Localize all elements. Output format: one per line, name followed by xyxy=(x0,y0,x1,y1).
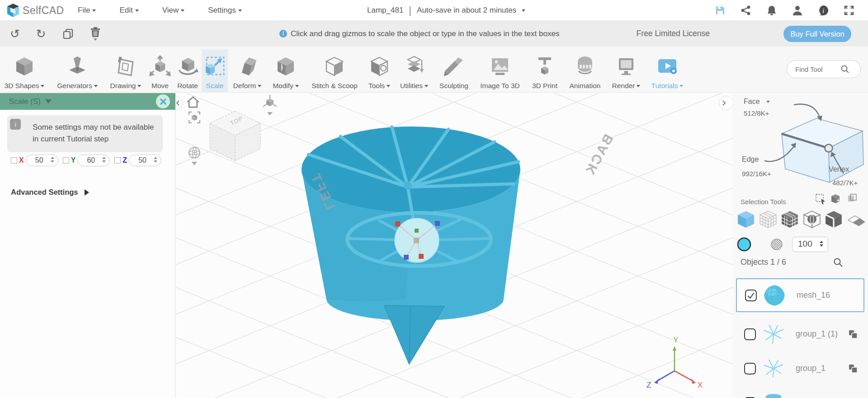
menu-settings[interactable]: Settings xyxy=(208,6,241,15)
scale-z-input[interactable] xyxy=(132,155,153,166)
app-logo[interactable]: SelfCAD xyxy=(6,3,64,18)
toolbar-item-render[interactable]: Render xyxy=(609,49,643,93)
tutorials-icon xyxy=(656,56,678,77)
gizmo-handle-x2[interactable] xyxy=(419,254,424,259)
gizmo-handle-z2[interactable] xyxy=(404,255,409,260)
object-name[interactable]: group_1 xyxy=(796,364,848,373)
home-view-button[interactable] xyxy=(186,96,200,108)
gizmo-handle-y[interactable] xyxy=(415,229,419,233)
brush-size-input[interactable] xyxy=(793,237,816,251)
undo-button[interactable]: ↺ xyxy=(10,28,20,40)
close-panel-button[interactable] xyxy=(156,94,170,108)
multi-select-button[interactable] xyxy=(847,193,858,204)
toolbar-item-3d-shapes[interactable]: 3D Shapes xyxy=(3,49,46,93)
redo-button[interactable]: ↻ xyxy=(36,28,46,40)
scale-z-field[interactable] xyxy=(129,155,161,166)
object-checkbox-checked[interactable] xyxy=(745,290,757,301)
copy-button[interactable] xyxy=(62,28,74,40)
menu-view[interactable]: View xyxy=(162,6,185,15)
viewport-3d[interactable]: Y X Z TOP LEFT BACK xyxy=(175,93,733,398)
menu-edit[interactable]: Edit xyxy=(119,6,138,15)
object-row-mesh-16[interactable]: mesh_16 xyxy=(736,278,864,312)
nav-cube[interactable]: TOP xyxy=(210,111,260,161)
find-tool-input[interactable] xyxy=(787,66,840,73)
mesh-brush-button[interactable] xyxy=(770,238,783,251)
object-name[interactable]: mesh_16 xyxy=(797,290,863,300)
toolbar-item-deform[interactable]: Deform xyxy=(230,49,265,93)
toolbar-item-sculpting[interactable]: Sculpting xyxy=(435,49,472,93)
advanced-settings-toggle[interactable]: Advanced Settings xyxy=(11,188,89,197)
object-row-group-1[interactable]: group_1 xyxy=(736,351,864,385)
object-row-group-1-1[interactable]: group_1 (1) xyxy=(736,317,864,351)
object-checkbox[interactable] xyxy=(744,363,756,375)
select-region-button[interactable] xyxy=(802,210,821,229)
select-solid-button[interactable] xyxy=(736,210,755,229)
orbit-mode-button[interactable] xyxy=(187,145,202,160)
account-button[interactable] xyxy=(792,5,803,16)
select-split-button[interactable] xyxy=(824,210,843,229)
object-row-shape-1[interactable]: shape_1 xyxy=(736,386,864,398)
lock-x-checkbox[interactable] xyxy=(11,157,17,164)
toolbar-item-rotate[interactable]: Rotate xyxy=(174,49,202,93)
scene-canvas[interactable]: Y X Z TOP xyxy=(175,93,733,398)
gizmo-handle-z[interactable] xyxy=(435,221,440,226)
fullscreen-button[interactable] xyxy=(844,5,854,16)
delete-button[interactable] xyxy=(90,27,100,41)
info-button[interactable]: i xyxy=(818,5,829,16)
search-objects-button[interactable] xyxy=(833,258,843,267)
gizmo-handle-center[interactable] xyxy=(414,238,419,243)
chevron-down-icon[interactable] xyxy=(192,162,197,165)
notifications-button[interactable] xyxy=(766,5,777,16)
toolbar-item-stitch-scoop[interactable]: Stitch & Scoop xyxy=(308,49,361,93)
lamp-model[interactable] xyxy=(302,126,520,364)
lock-z-checkbox[interactable] xyxy=(114,157,121,164)
scale-panel-header[interactable]: Scale (S) xyxy=(0,93,175,110)
axis-gizmo[interactable]: Y X Z xyxy=(646,336,703,389)
chevron-down-icon[interactable] xyxy=(267,112,273,116)
save-button[interactable] xyxy=(715,5,726,16)
toolbar-item-drawing[interactable]: Drawing xyxy=(106,49,145,93)
buy-full-version-button[interactable]: Buy Full Version xyxy=(783,26,851,42)
find-tool-search[interactable] xyxy=(787,60,861,78)
round-brush-button[interactable] xyxy=(736,237,752,252)
stepper-icon[interactable] xyxy=(51,157,54,163)
toolbar-item-utilities[interactable]: Utilities xyxy=(396,49,433,93)
group-icon[interactable] xyxy=(848,364,858,374)
gizmo-handle-x[interactable] xyxy=(395,221,400,226)
lock-y-checkbox[interactable] xyxy=(63,157,69,164)
zoom-to-fit-button[interactable] xyxy=(188,111,201,124)
autosave-status[interactable]: Auto-save in about 2 minutes xyxy=(417,6,516,15)
search-icon[interactable] xyxy=(840,65,849,74)
toolbar-item-image-to-3d[interactable]: Image To 3D xyxy=(477,49,523,93)
scale-y-input[interactable] xyxy=(80,155,101,166)
toolbar-item-modify[interactable]: Modify xyxy=(268,49,303,93)
stepper-icon[interactable] xyxy=(102,157,106,163)
menu-file[interactable]: File xyxy=(78,6,96,15)
share-button[interactable] xyxy=(741,5,751,16)
select-flat-surface-button[interactable] xyxy=(846,210,865,229)
toolbar-item-animation[interactable]: Animation xyxy=(565,49,605,93)
toolbar-item-move[interactable]: Move xyxy=(148,49,172,93)
select-faces-button[interactable] xyxy=(780,210,799,229)
scale-x-input[interactable] xyxy=(29,155,50,166)
select-wireframe-button[interactable] xyxy=(759,210,778,229)
collapse-caret-icon[interactable] xyxy=(45,99,52,103)
scale-x-field[interactable] xyxy=(26,155,58,166)
stepper-icon[interactable] xyxy=(154,157,157,163)
toolbar-item-3d-print[interactable]: 3D Print xyxy=(528,49,561,93)
object-name[interactable]: group_1 (1) xyxy=(796,329,848,339)
stepper-icon[interactable] xyxy=(820,241,823,247)
collapse-right-panel-button[interactable] xyxy=(719,96,733,110)
marquee-select-button[interactable] xyxy=(815,193,826,204)
toolbar-item-tools[interactable]: Tools xyxy=(365,49,393,93)
toolbar-item-tutorials[interactable]: Tutorials xyxy=(647,49,688,93)
axis-widget-button[interactable] xyxy=(262,94,278,109)
object-checkbox[interactable] xyxy=(744,328,756,340)
add-selection-button[interactable]: + xyxy=(830,193,841,204)
chevron-down-icon[interactable] xyxy=(522,9,525,12)
group-icon[interactable] xyxy=(848,329,858,339)
toolbar-item-scale[interactable]: Scale xyxy=(202,49,228,93)
scale-y-field[interactable] xyxy=(77,155,110,166)
brush-size-field[interactable] xyxy=(792,237,828,252)
toolbar-item-generators[interactable]: Generators xyxy=(54,49,101,93)
